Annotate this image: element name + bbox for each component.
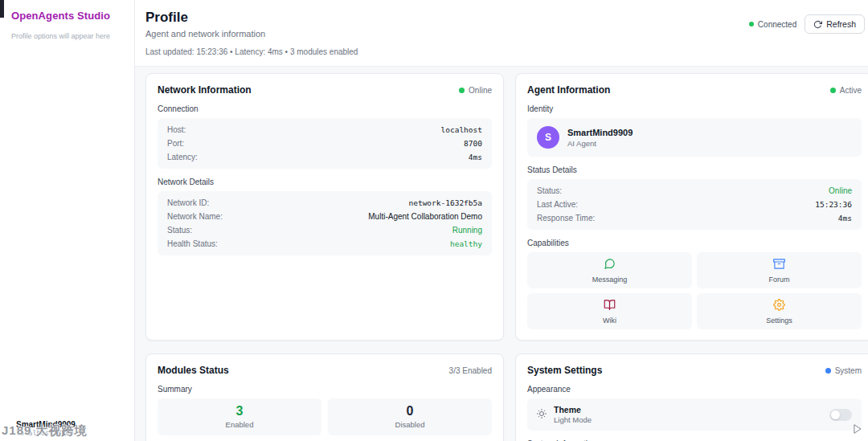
row-value: 8700 — [464, 139, 482, 148]
avatar: S — [537, 126, 559, 149]
gear-icon — [773, 299, 785, 314]
row-label: Port: — [167, 139, 184, 148]
agent-card-title: Agent Information — [527, 84, 610, 96]
row-label: Host: — [167, 125, 186, 134]
agent-type: AI Agent — [567, 139, 633, 148]
summary-grid: 3 Enabled 0 Disabled — [158, 398, 492, 435]
modules-status-card: Modules Status 3/3 Enabled Summary 3 Ena… — [145, 353, 504, 441]
main-area: Profile Agent and network information Co… — [135, 0, 868, 441]
row-value: localhost — [441, 125, 482, 134]
theme-toggle-knob — [831, 410, 840, 419]
refresh-icon — [813, 20, 822, 29]
summary-section-label: Summary — [158, 385, 492, 394]
enabled-summary-box: 3 Enabled — [158, 398, 321, 435]
capabilities-grid: Messaging Forum Wiki — [527, 252, 862, 329]
system-card-title: System Settings — [527, 365, 602, 376]
row-value: healthy — [450, 239, 482, 248]
app-title: OpenAgents Studio — [11, 10, 123, 22]
row-label: Network ID: — [167, 198, 209, 207]
info-row: Response Time: 4ms — [537, 211, 852, 225]
system-settings-card: System Settings System Appearance Theme — [515, 353, 868, 441]
capability-messaging[interactable]: Messaging — [527, 252, 692, 288]
app-window: OpenAgents Studio Profile options will a… — [0, 0, 868, 441]
status-details-box: Status: Online Last Active: 15:23:36 Res… — [527, 179, 862, 230]
appearance-section-label: Appearance — [527, 385, 862, 394]
screen-corner-artifact — [0, 0, 4, 18]
message-circle-icon — [604, 258, 616, 273]
info-row: Health Status: healthy — [167, 237, 482, 251]
row-value: 15:23:36 — [815, 200, 852, 209]
row-label: Response Time: — [537, 214, 595, 223]
row-label: Network Name: — [167, 212, 223, 221]
content-area: Network Information Online Connection Ho… — [135, 67, 868, 441]
theme-info: Theme Light Mode — [554, 405, 822, 424]
modules-count-badge: 3/3 Enabled — [449, 366, 492, 375]
refresh-label: Refresh — [826, 19, 856, 29]
info-row: Network Name: Multi-Agent Collaboration … — [167, 210, 482, 223]
active-dot-icon — [830, 88, 836, 93]
capability-settings[interactable]: Settings — [697, 293, 862, 329]
network-card-title: Network Information — [158, 84, 252, 96]
system-badge-label: System — [835, 366, 862, 375]
row-label: Health Status: — [167, 239, 218, 248]
capability-wiki[interactable]: Wiki — [527, 293, 692, 329]
identity-text: SmartMind9909 AI Agent — [567, 128, 633, 148]
row-label: Latency: — [167, 153, 198, 161]
info-row: Latency: 4ms — [167, 150, 482, 164]
enabled-label: Enabled — [158, 420, 321, 429]
sun-icon — [537, 407, 547, 422]
sidebar-agent-host: localhost:8700 — [16, 429, 76, 437]
row-value: Online — [829, 186, 852, 195]
mouse-cursor — [852, 423, 863, 438]
network-information-card: Network Information Online Connection Ho… — [145, 73, 504, 341]
row-label: Status: — [537, 186, 562, 195]
page-header-text: Profile Agent and network information — [145, 10, 265, 39]
sidebar: OpenAgents Studio Profile options will a… — [0, 0, 135, 441]
system-badge: System — [825, 366, 862, 375]
theme-title: Theme — [554, 405, 822, 414]
info-row: Status: Online — [537, 184, 852, 198]
page-subtitle: Agent and network information — [145, 29, 265, 39]
sidebar-footer: SmartMind9909 localhost:8700 — [16, 420, 76, 437]
disabled-label: Disabled — [328, 420, 492, 429]
status-details-section-label: Status Details — [527, 165, 862, 174]
network-badge-label: Online — [469, 86, 492, 95]
agent-information-card: Agent Information Active Identity S Smar… — [515, 73, 868, 341]
sidebar-hint: Profile options will appear here — [11, 32, 123, 40]
row-value: 4ms — [469, 153, 482, 161]
disabled-count: 0 — [328, 404, 492, 419]
last-updated-meta: Last updated: 15:23:36 • Latency: 4ms • … — [145, 47, 866, 66]
info-row: Host: localhost — [167, 123, 482, 137]
row-label: Last Active: — [537, 200, 578, 209]
agent-badge-label: Active — [840, 86, 862, 95]
row-value: network-1632fb5a — [408, 198, 482, 207]
connected-dot-icon — [749, 22, 754, 27]
page-title: Profile — [145, 10, 265, 26]
disabled-summary-box: 0 Disabled — [328, 398, 492, 435]
row-value: 4ms — [838, 214, 852, 223]
refresh-button[interactable]: Refresh — [805, 14, 865, 34]
capability-forum[interactable]: Forum — [697, 252, 862, 288]
capabilities-section-label: Capabilities — [527, 239, 862, 247]
connection-status-label: Connected — [758, 20, 796, 29]
system-dot-icon — [825, 368, 831, 374]
network-details-box: Network ID: network-1632fb5a Network Nam… — [158, 191, 492, 255]
identity-section-label: Identity — [527, 104, 862, 113]
network-details-section-label: Network Details — [158, 178, 492, 186]
connection-section-label: Connection — [158, 104, 492, 113]
connection-status-chip: Connected — [749, 20, 796, 29]
connection-info-box: Host: localhost Port: 8700 Latency: 4ms — [158, 118, 492, 169]
capability-label: Settings — [766, 316, 792, 325]
archive-icon — [773, 258, 785, 273]
enabled-count: 3 — [158, 404, 321, 419]
capability-label: Messaging — [592, 276, 628, 284]
info-row: Last Active: 15:23:36 — [537, 198, 852, 211]
agent-name: SmartMind9909 — [567, 128, 633, 137]
theme-toggle[interactable] — [829, 409, 852, 421]
info-row: Network ID: network-1632fb5a — [167, 196, 482, 210]
row-value: Multi-Agent Collaboration Demo — [368, 212, 482, 221]
modules-card-title: Modules Status — [158, 365, 229, 376]
theme-mode: Light Mode — [554, 415, 822, 424]
online-dot-icon — [459, 88, 465, 93]
sidebar-agent-name: SmartMind9909 — [16, 420, 76, 429]
